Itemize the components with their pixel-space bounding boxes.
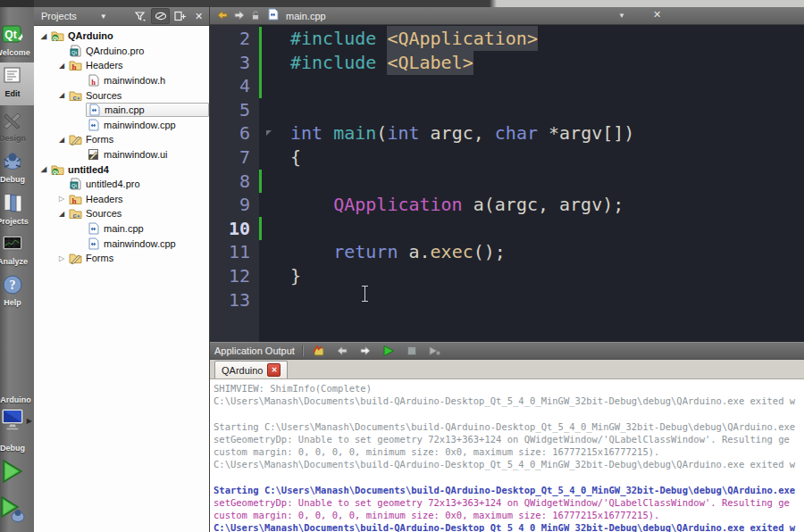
projects-panel-title[interactable]: Projects (41, 11, 77, 21)
expander-icon[interactable]: ◢ (38, 32, 50, 40)
output-line: C:\Users\Manash\Documents\build-QArduino… (214, 521, 804, 532)
code-token (322, 122, 333, 144)
tree-row[interactable]: mainwindow.cpp (34, 118, 209, 133)
output-console[interactable]: SHIMVIEW: ShimInfo(Complete)C:\Users\Man… (210, 379, 804, 532)
code-line[interactable]: 5 (210, 98, 804, 122)
mode-welcome[interactable]: QtWelcome (0, 21, 35, 64)
output-line: custom margin: 0, 0, 0, 0, minimum size:… (214, 509, 804, 521)
expander-icon[interactable]: ▷ (55, 195, 68, 203)
expander-icon[interactable]: ◢ (55, 210, 68, 218)
close-tab-icon[interactable]: ✕ (267, 363, 281, 377)
kit-mode-label: Debug (0, 444, 35, 453)
panel-dropdown-icon[interactable]: ▼ (100, 12, 107, 21)
tree-row[interactable]: main.cpp (34, 221, 209, 237)
forms-folder-icon (69, 133, 82, 145)
funnel-icon (135, 11, 147, 22)
project-icon: Qt (51, 29, 64, 42)
cpp-file-icon (87, 237, 100, 250)
tree-row[interactable]: QtQArduino.pro (34, 44, 209, 59)
previous-item-button[interactable] (334, 344, 350, 358)
tree-row[interactable]: ◢cSources (34, 206, 209, 221)
code-token: (); (473, 241, 506, 262)
tree-row-label: Forms (86, 134, 113, 145)
tree-row[interactable]: mainwindow.ui (34, 147, 209, 162)
split-panel-button[interactable] (172, 9, 188, 23)
line-number: 6 (210, 121, 250, 145)
tree-row[interactable]: ▷Forms (34, 251, 209, 266)
code-line[interactable]: 2#include <QApplication> (210, 27, 804, 51)
output-line: SHIMVIEW: ShimInfo(Complete) (214, 382, 804, 395)
open-document-name[interactable]: main.cpp (286, 11, 326, 21)
code-line[interactable]: 4 (210, 74, 804, 98)
file-lock-button[interactable] (251, 8, 260, 24)
tree-row[interactable]: ▷hHeaders (34, 192, 209, 207)
code-line[interactable]: 12} (210, 264, 804, 288)
output-line: Starting C:\Users\Manash\Documents\build… (214, 420, 804, 433)
tree-row-core: QtQArduino.pro (68, 44, 209, 57)
cpp-file-icon (266, 8, 280, 24)
go-back-button[interactable] (217, 8, 228, 24)
sync-icon (155, 11, 167, 21)
code-line[interactable]: 6int main(int argc, char *argv[]) (210, 121, 804, 145)
code-line[interactable]: 13 (210, 288, 804, 312)
kit-expand-arrow-icon: ▶ (27, 417, 32, 425)
tree-row[interactable]: ◢Qtuntitled4 (34, 162, 209, 177)
tree-row[interactable]: mainwindow.cpp (34, 236, 209, 251)
output-tab-bar: QArduino ✕ (210, 360, 804, 379)
modified-line-bar-icon (259, 74, 262, 98)
close-document-icon[interactable]: ✕ (653, 9, 661, 21)
debug-play-icon (0, 496, 35, 523)
start-debugging-button[interactable] (0, 496, 35, 532)
document-dropdown-icon[interactable]: ▼ (618, 12, 625, 20)
output-line: custom margin: 0, 0, 0, 0, minimum size:… (214, 445, 804, 458)
kit-selector-button[interactable]: ▶ (0, 406, 35, 438)
expander-icon[interactable]: ◢ (55, 136, 68, 144)
filter-tree-button[interactable] (132, 9, 149, 23)
go-forward-button[interactable] (234, 8, 245, 24)
code-line[interactable]: 10 (210, 217, 804, 241)
tree-row-core: main.cpp (86, 222, 209, 236)
code-line[interactable]: 9 QApplication a(argc, argv); (210, 193, 804, 217)
tree-row[interactable]: ◢QtQArduino (34, 29, 209, 44)
tree-row[interactable]: hmainwindow.h (34, 73, 209, 88)
tree-row[interactable]: ◢hHeaders (34, 58, 209, 73)
run-output-button[interactable] (381, 344, 397, 358)
mode-debug[interactable]: Debug (0, 148, 35, 191)
tree-row[interactable]: Qtuntitled4.pro (34, 177, 209, 192)
code-line[interactable]: 3#include <QLabel> (210, 51, 804, 75)
h-file-icon: h (87, 74, 100, 87)
expander-icon[interactable]: ◢ (55, 62, 68, 70)
run-button[interactable] (0, 458, 35, 494)
code-line[interactable]: 7{ (210, 145, 804, 170)
editor-toolbar: main.cpp ▼ ✕ (210, 7, 804, 25)
svg-text:h: h (91, 78, 96, 87)
code-editor[interactable]: 2#include <QApplication>3#include <QLabe… (210, 25, 804, 342)
attach-button[interactable] (427, 344, 443, 358)
output-tab-qarduino[interactable]: QArduino ✕ (214, 361, 288, 378)
expander-icon[interactable]: ▷ (55, 254, 68, 262)
mode-help[interactable]: ?Help (0, 271, 35, 314)
tree-row[interactable]: ◢cSources (34, 87, 209, 103)
mode-analyze[interactable]: Analyze (0, 230, 35, 273)
expander-icon[interactable]: ◢ (38, 165, 50, 173)
tree-row[interactable]: ◢Forms (34, 132, 209, 147)
tree-row-core: hmainwindow.h (86, 74, 209, 87)
tree-row-label: mainwindow.cpp (104, 120, 176, 130)
expander-icon[interactable]: ◢ (55, 91, 68, 99)
sync-with-editor-button[interactable] (151, 8, 170, 24)
next-item-button[interactable] (357, 344, 373, 358)
mode-edit[interactable]: Edit (0, 62, 35, 105)
code-token: return (333, 241, 398, 262)
code-token: <QLabel> (387, 50, 473, 75)
design-tools-icon (0, 107, 35, 134)
code-line[interactable]: 11 return a.exec(); (210, 240, 804, 264)
tree-row[interactable]: main.cpp (34, 103, 209, 118)
stop-button[interactable] (404, 344, 420, 358)
line-number: 9 (210, 193, 250, 217)
mode-projects[interactable]: Projects (0, 190, 35, 233)
close-panel-button[interactable]: ✕ (190, 9, 207, 23)
rerun-button[interactable] (311, 344, 327, 358)
mode-label: Help (0, 298, 35, 307)
code-line[interactable]: 8 (210, 170, 804, 194)
projects-panel-header: Projects ▼ ✕ (34, 7, 209, 26)
